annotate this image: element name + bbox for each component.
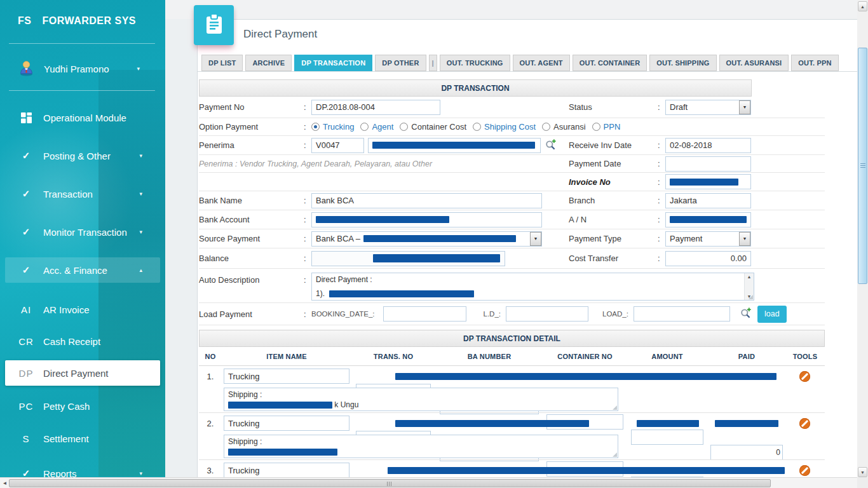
cancel-row-icon[interactable] bbox=[799, 418, 810, 429]
arrow-up-icon[interactable]: ▲ bbox=[747, 274, 752, 279]
sidebar-item-ar-invoice[interactable]: AI AR Invoice bbox=[5, 297, 160, 322]
chevron-down-icon[interactable]: ▼ bbox=[739, 100, 750, 114]
radio-agent-label[interactable]: Agent bbox=[372, 122, 393, 132]
tab-out-shipping[interactable]: OUT. SHIPPING bbox=[649, 55, 716, 71]
payment-date-label: Payment Date bbox=[569, 159, 658, 168]
load-button[interactable]: load bbox=[757, 306, 787, 323]
tab-dp-other[interactable]: DP OTHER bbox=[375, 55, 426, 71]
bank-account-input[interactable] bbox=[311, 212, 542, 227]
status-select[interactable]: Draft ▼ bbox=[665, 100, 751, 115]
direct-payment-module-tile[interactable] bbox=[194, 5, 234, 45]
item-name-input[interactable]: Trucking bbox=[224, 416, 349, 431]
sidebar-item-label: Monitor Transaction bbox=[43, 227, 127, 238]
radio-container-cost[interactable] bbox=[400, 123, 408, 131]
bank-name-input[interactable]: Bank BCA bbox=[311, 193, 542, 208]
payment-no-input[interactable]: DP.2018.08-004 bbox=[311, 100, 440, 115]
radio-agent[interactable] bbox=[360, 123, 369, 131]
redaction-bar bbox=[715, 420, 778, 427]
resize-grip-icon[interactable] bbox=[749, 295, 753, 299]
tab-archive[interactable]: ARCHIVE bbox=[245, 55, 292, 71]
radio-ppn-label[interactable]: PPN bbox=[604, 122, 621, 132]
app-logo-short: FS bbox=[18, 15, 31, 27]
ld-input[interactable] bbox=[506, 306, 588, 322]
penerima-name-input[interactable] bbox=[368, 138, 541, 153]
item-name-value: Trucking bbox=[228, 372, 259, 381]
cost-transfer-input[interactable]: 0.00 bbox=[665, 251, 751, 266]
radio-trucking[interactable] bbox=[311, 123, 320, 131]
sidebar-item-operational-module[interactable]: Operational Module bbox=[5, 105, 160, 130]
chevron-down-icon[interactable]: ▼ bbox=[739, 232, 750, 246]
colon: : bbox=[304, 254, 311, 263]
user-menu[interactable]: Yudhi Pramono ▾ bbox=[0, 56, 165, 81]
tab-out-trucking[interactable]: OUT. TRUCKING bbox=[440, 55, 510, 71]
radio-trucking-label[interactable]: Trucking bbox=[323, 122, 354, 132]
radio-shipping-cost-label[interactable]: Shipping Cost bbox=[484, 122, 536, 132]
col-amount: AMOUNT bbox=[631, 347, 703, 366]
penerima-code-input[interactable]: V0047 bbox=[311, 138, 364, 153]
sidebar-item-transaction[interactable]: ✓ Transaction ▾ bbox=[5, 181, 160, 207]
scroll-up-button[interactable]: ▲ bbox=[858, 1, 867, 11]
tab-out-asuransi[interactable]: OUT. ASURANSI bbox=[719, 55, 789, 71]
branch-input[interactable]: Jakarta bbox=[665, 193, 751, 208]
shipping-textarea[interactable]: Shipping : k Ungu bbox=[224, 388, 618, 411]
sidebar-item-settlement[interactable]: S Settlement bbox=[5, 426, 160, 451]
item-name-input[interactable]: Trucking bbox=[224, 463, 349, 478]
radio-asuransi-label[interactable]: Asuransi bbox=[553, 122, 586, 132]
col-ba-number: BA NUMBER bbox=[440, 347, 539, 366]
vertical-scrollbar[interactable]: ▲ ▼ bbox=[857, 0, 868, 478]
auto-description-textarea[interactable]: Direct Payment : 1). ▲▼ bbox=[311, 273, 754, 301]
cancel-row-icon[interactable] bbox=[799, 465, 810, 476]
search-plus-icon[interactable] bbox=[545, 139, 556, 152]
booking-date-label: BOOKING_DATE_: bbox=[311, 310, 374, 318]
source-payment-select[interactable]: Bank BCA – ▼ bbox=[311, 231, 542, 247]
radio-asuransi[interactable] bbox=[542, 123, 550, 131]
tab-dp-transaction[interactable]: DP TRANSACTION bbox=[294, 55, 372, 71]
shipping-textarea[interactable]: Shipping : bbox=[224, 435, 618, 458]
tab-out-agent[interactable]: OUT. AGENT bbox=[513, 55, 570, 71]
cancel-row-icon[interactable] bbox=[799, 371, 810, 382]
balance-input[interactable] bbox=[311, 251, 505, 266]
horizontal-scrollbar[interactable]: ◄ bbox=[0, 477, 868, 488]
sidebar-item-cash-receipt[interactable]: CR Cash Receipt bbox=[5, 329, 160, 354]
payment-no-value: DP.2018.08-004 bbox=[316, 102, 375, 112]
invoice-no-input[interactable] bbox=[665, 174, 751, 189]
branch-label: Branch bbox=[569, 196, 658, 205]
item-name-input[interactable]: Trucking bbox=[224, 369, 349, 384]
horizontal-scrollbar-thumb[interactable] bbox=[9, 479, 771, 487]
tab-out-ppn[interactable]: OUT. PPN bbox=[791, 55, 838, 71]
radio-ppn[interactable] bbox=[592, 123, 600, 131]
sidebar-item-acc-finance[interactable]: ✓ Acc. & Finance ▴ bbox=[5, 257, 160, 283]
chevron-down-icon[interactable]: ▼ bbox=[530, 232, 541, 246]
detail-column-headers: NO ITEM NAME TRANS. NO BA NUMBER CONTAIN… bbox=[199, 347, 825, 366]
resize-grip-icon[interactable] bbox=[613, 452, 617, 457]
sidebar-item-direct-payment[interactable]: DP Direct Payment bbox=[5, 360, 160, 386]
search-plus-icon[interactable] bbox=[740, 308, 751, 320]
resize-grip-icon[interactable] bbox=[613, 405, 617, 410]
colon: : bbox=[304, 102, 311, 112]
vertical-scrollbar-thumb[interactable] bbox=[858, 48, 867, 284]
chevron-down-icon: ▾ bbox=[139, 470, 142, 477]
scroll-down-button[interactable]: ▼ bbox=[858, 467, 867, 477]
booking-date-input[interactable] bbox=[383, 306, 466, 322]
colon: : bbox=[304, 140, 311, 150]
redaction-bar bbox=[670, 216, 747, 223]
sidebar-item-posting-other[interactable]: ✓ Posting & Other ▾ bbox=[5, 143, 160, 168]
colon: : bbox=[304, 275, 311, 285]
scroll-left-button[interactable]: ◄ bbox=[0, 478, 10, 488]
receive-inv-date-input[interactable]: 02-08-2018 bbox=[665, 138, 751, 153]
sidebar-item-monitor-transaction[interactable]: ✓ Monitor Transaction ▾ bbox=[5, 219, 160, 245]
tab-dp-list[interactable]: DP LIST bbox=[201, 55, 243, 71]
load-input[interactable] bbox=[634, 306, 730, 322]
chevron-down-icon: ▾ bbox=[137, 65, 140, 72]
payment-date-input[interactable] bbox=[665, 156, 751, 172]
sidebar-item-petty-cash[interactable]: PC Petty Cash bbox=[5, 393, 160, 419]
direct-payment-letter-icon: DP bbox=[15, 368, 37, 379]
radio-shipping-cost[interactable] bbox=[473, 123, 481, 131]
colon: : bbox=[658, 159, 665, 168]
account-name-input[interactable] bbox=[665, 212, 751, 227]
payment-type-select[interactable]: Payment ▼ bbox=[665, 231, 751, 247]
tab-out-container[interactable]: OUT. CONTAINER bbox=[573, 55, 647, 71]
radio-container-cost-label[interactable]: Container Cost bbox=[411, 122, 466, 132]
source-payment-label: Source Payment bbox=[199, 234, 304, 243]
check-icon: ✓ bbox=[15, 226, 37, 238]
